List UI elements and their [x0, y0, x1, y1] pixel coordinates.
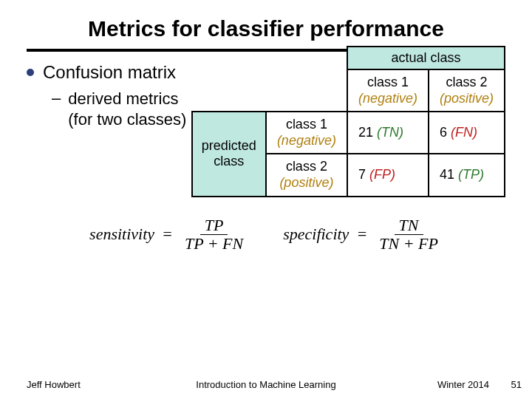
sub-bullet: derived metrics (for two classes): [68, 89, 186, 129]
page-number: 51: [511, 379, 522, 390]
cell-fn: 6 (FN): [429, 112, 505, 154]
row-class2: class 2 (positive): [266, 154, 347, 196]
confusion-matrix-table: actual class class 1 (negative) class 2 …: [191, 46, 505, 197]
specificity-formula: specificity = TN TN + FP: [283, 216, 443, 253]
col-class2: class 2 (positive): [429, 69, 505, 112]
cell-tn: 21 (TN): [347, 112, 429, 154]
footer-course: Introduction to Machine Learning: [0, 379, 532, 390]
formulas: sensitivity = TP TP + FN specificity = T…: [27, 216, 505, 253]
dash-icon: –: [52, 89, 61, 129]
cell-tp: 41 (TP): [429, 154, 505, 196]
actual-class-header: actual class: [347, 47, 505, 69]
cell-fp: 7 (FP): [347, 154, 429, 196]
predicted-class-header: predicted class: [192, 112, 266, 196]
row-class1: class 1 (negative): [266, 112, 347, 154]
slide-title: Metrics for classifier performance: [27, 16, 505, 41]
col-class1: class 1 (negative): [347, 69, 429, 112]
sensitivity-formula: sensitivity = TP TP + FN: [89, 216, 248, 253]
